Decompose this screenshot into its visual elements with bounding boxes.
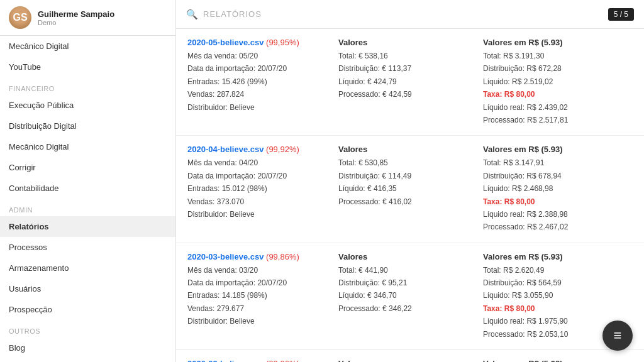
search-icon: 🔍	[186, 9, 198, 20]
sidebar-item-mecanico-digital-1[interactable]: Mecânico Digital	[0, 36, 175, 57]
report-item[interactable]: 2020-04-believe.csv (99,92%) Mês da vend…	[176, 136, 644, 243]
values-title: Valores	[338, 145, 483, 154]
app-container: GS Guilherme Sampaio Demo Mecânico Digit…	[0, 0, 644, 362]
main-header: 🔍 RELATÓRIOS 5 / 5	[176, 0, 644, 29]
rs-data: Total: R$ 3.191,30Distribuição: R$ 672,2…	[483, 50, 633, 126]
report-meta: Mês da venda: 05/20Data da importação: 2…	[187, 50, 338, 114]
report-values: Valores Total: € 441,90Distribuição: € 9…	[338, 252, 483, 315]
report-info: 2020-03-believe.csv (99,86%) Mês da vend…	[187, 252, 338, 328]
report-meta: Mês da venda: 04/20Data da importação: 2…	[187, 156, 338, 221]
values-title: Valores	[338, 359, 483, 362]
values-title: Valores	[338, 38, 483, 47]
rs-title: Valores em R$ (5.93)	[483, 252, 633, 261]
sidebar-item-corrigir[interactable]: Corrigir	[0, 157, 175, 178]
report-values: Valores Total: € 530,85Distribuição: € 1…	[338, 145, 483, 208]
sidebar-header: GS Guilherme Sampaio Demo	[0, 0, 175, 36]
sidebar-item-distribuicao[interactable]: Distribuição Digital	[0, 116, 175, 136]
values-data: Total: € 530,85Distribuição: € 114,49Líq…	[338, 156, 483, 208]
report-pct: (99,86%)	[266, 252, 299, 261]
avatar: GS	[9, 6, 31, 29]
section-label-admin: Admin	[0, 199, 175, 216]
values-data: Total: € 441,90Distribuição: € 95,21Líqu…	[338, 264, 483, 315]
report-item[interactable]: 2020-05-believe.csv (99,95%) Mês da vend…	[176, 29, 644, 136]
report-info: 2020-04-believe.csv (99,92%) Mês da vend…	[187, 145, 338, 221]
report-pct: (99,92%)	[266, 145, 299, 154]
tax-line: Taxa: R$ 80,00	[483, 90, 535, 99]
report-rs: Valores em R$ (5.93) Total: R$ 2.456,81D…	[483, 359, 633, 362]
user-role: Demo	[38, 19, 114, 26]
sidebar-section-outros: Outros Blog Legal Sair	[0, 320, 175, 362]
sidebar-item-legal[interactable]: Legal	[0, 358, 175, 362]
report-title: 2020-03-believe.csv (99,86%)	[187, 252, 338, 261]
report-rs: Valores em R$ (5.93) Total: R$ 3.191,30D…	[483, 38, 633, 126]
fab-button[interactable]: ≡	[602, 321, 633, 351]
report-item[interactable]: 2020-02-believe.csv (99,96%) Mês da vend…	[176, 350, 644, 362]
report-values: Valores Total: € 414,30Distribuição: € 8…	[338, 359, 483, 362]
tax-line: Taxa: R$ 80,00	[483, 197, 535, 206]
section-label-financeiro: Financeiro	[0, 77, 175, 95]
values-data: Total: € 538,16Distribuição: € 113,37Líq…	[338, 50, 483, 101]
sidebar-item-relatorios[interactable]: Relatórios	[0, 216, 175, 237]
sidebar-item-processos[interactable]: Processos	[0, 237, 175, 258]
section-label-outros: Outros	[0, 320, 175, 337]
sidebar-item-mecanico-digital-2[interactable]: Mecânico Digital	[0, 136, 175, 157]
report-item[interactable]: 2020-03-believe.csv (99,86%) Mês da vend…	[176, 243, 644, 350]
sidebar-item-youtube[interactable]: YouTube	[0, 57, 175, 77]
sidebar-section-financeiro: Financeiro Execução Pública Distribuição…	[0, 77, 175, 199]
report-title: 2020-04-believe.csv (99,92%)	[187, 145, 338, 154]
user-info: Guilherme Sampaio Demo	[38, 9, 114, 26]
rs-title: Valores em R$ (5.93)	[483, 359, 633, 362]
sidebar: GS Guilherme Sampaio Demo Mecânico Digit…	[0, 0, 176, 362]
main-content: 🔍 RELATÓRIOS 5 / 5 2020-05-believe.csv (…	[176, 0, 644, 362]
sidebar-item-execucao[interactable]: Execução Pública	[0, 95, 175, 116]
sidebar-item-usuarios[interactable]: Usuários	[0, 278, 175, 299]
sidebar-item-contabilidade[interactable]: Contabilidade	[0, 178, 175, 199]
sidebar-item-armazenamento[interactable]: Armazenamento	[0, 258, 175, 278]
report-rs: Valores em R$ (5.93) Total: R$ 3.147,91D…	[483, 145, 633, 233]
report-title: 2020-05-believe.csv (99,95%)	[187, 38, 338, 47]
report-info: 2020-02-believe.csv (99,96%) Mês da vend…	[187, 359, 338, 362]
header-title: RELATÓRIOS	[203, 9, 608, 19]
rs-title: Valores em R$ (5.93)	[483, 145, 633, 154]
page-badge: 5 / 5	[608, 8, 634, 21]
rs-data: Total: R$ 3.147,91Distribuição: R$ 678,9…	[483, 156, 633, 233]
report-list: 2020-05-believe.csv (99,95%) Mês da vend…	[176, 29, 644, 362]
report-values: Valores Total: € 538,16Distribuição: € 1…	[338, 38, 483, 101]
report-info: 2020-05-believe.csv (99,95%) Mês da vend…	[187, 38, 338, 114]
report-pct: (99,95%)	[266, 38, 299, 47]
user-name: Guilherme Sampaio	[38, 9, 114, 19]
report-pct: (99,96%)	[266, 359, 299, 362]
rs-title: Valores em R$ (5.93)	[483, 38, 633, 47]
sidebar-section-1: Mecânico Digital YouTube	[0, 36, 175, 77]
sidebar-item-prospeccao[interactable]: Prospecção	[0, 299, 175, 320]
values-title: Valores	[338, 252, 483, 261]
report-title: 2020-02-believe.csv (99,96%)	[187, 359, 338, 362]
report-meta: Mês da venda: 03/20Data da importação: 2…	[187, 264, 338, 328]
sidebar-item-blog[interactable]: Blog	[0, 337, 175, 358]
sidebar-section-admin: Admin Relatórios Processos Armazenamento…	[0, 199, 175, 320]
tax-line: Taxa: R$ 80,00	[483, 304, 535, 313]
